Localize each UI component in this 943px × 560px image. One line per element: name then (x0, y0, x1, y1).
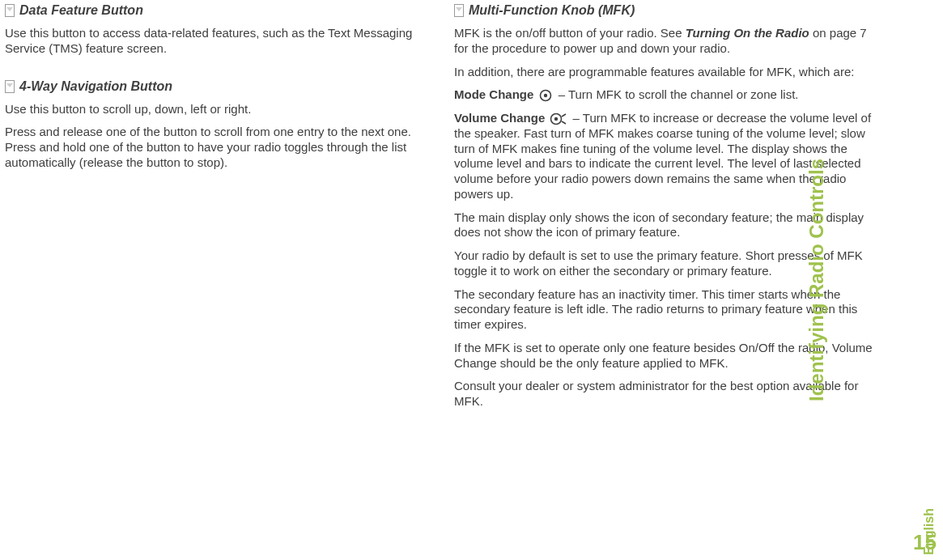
paragraph: In addition, there are programmable feat… (454, 65, 882, 80)
left-column: Data Feature Button Use this button to a… (0, 0, 449, 418)
section-heading-mfk: Multi-Function Knob (MFK) (454, 3, 882, 18)
cross-reference: Turning On the Radio (686, 26, 809, 40)
page-number: 15 (913, 530, 937, 555)
heading-text: Multi-Function Knob (MFK) (469, 3, 635, 18)
text: MFK is the on/off button of your radio. … (454, 26, 686, 40)
content-columns: Data Feature Button Use this button to a… (0, 0, 898, 418)
paragraph: Use this button to access data-related f… (5, 26, 433, 57)
paragraph: Use this button to scroll up, down, left… (5, 102, 433, 117)
document-page: Data Feature Button Use this button to a… (0, 0, 943, 560)
svg-point-3 (554, 117, 558, 121)
paragraph: Press and release one of the button to s… (5, 125, 433, 170)
heading-text: 4-Way Navigation Button (19, 79, 172, 94)
section-heading-4way-nav: 4-Way Navigation Button (5, 79, 433, 94)
chapter-title: Identifying Radio Controls (805, 159, 828, 401)
bookmark-icon (5, 80, 15, 93)
heading-text: Data Feature Button (19, 3, 143, 18)
svg-point-1 (543, 94, 546, 97)
feature-label: Mode Change (454, 87, 537, 101)
section-heading-data-feature: Data Feature Button (5, 3, 433, 18)
bookmark-icon (5, 4, 15, 17)
paragraph: MFK is the on/off button of your radio. … (454, 26, 882, 57)
paragraph-mode-change: Mode Change – Turn MFK to scroll the cha… (454, 87, 882, 103)
mode-change-icon (539, 89, 554, 102)
bookmark-icon (454, 4, 464, 17)
feature-label: Volume Change (454, 111, 548, 125)
side-bar: Identifying Radio Controls (914, 24, 938, 536)
text: – Turn MFK to scroll the channel or zone… (555, 87, 799, 101)
volume-change-icon (550, 112, 567, 125)
right-column: Multi-Function Knob (MFK) MFK is the on/… (449, 0, 898, 418)
